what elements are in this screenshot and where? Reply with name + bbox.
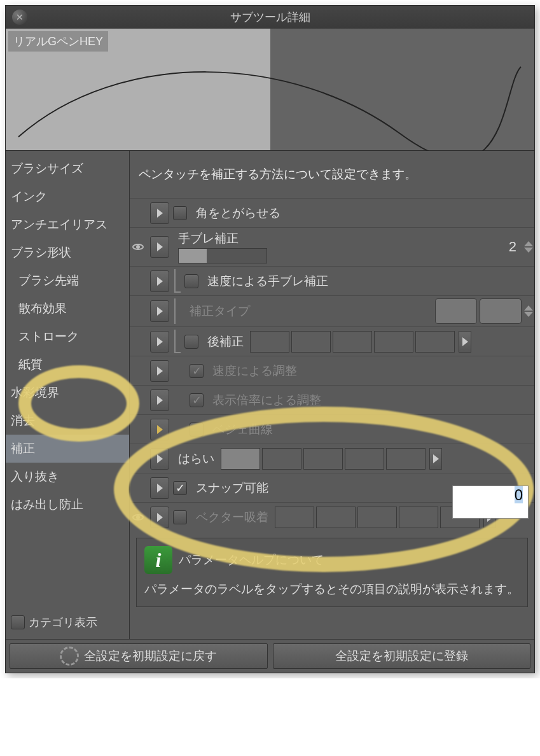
bezier-label: ベジェ曲線 [212, 421, 273, 438]
expand-button[interactable] [150, 507, 169, 528]
expand-button[interactable] [150, 389, 169, 411]
row-zoom-adjust: ✓ 表示倍率による調整 [130, 385, 534, 414]
snap-checkbox[interactable]: ✓ [173, 481, 187, 495]
row-speed-adjust: ✓ 速度による調整 [130, 356, 534, 385]
triangle-icon [157, 484, 163, 493]
post-correction-checkbox[interactable] [184, 335, 198, 349]
eye-icon [132, 244, 144, 250]
register-all-button[interactable]: 全設定を初期設定に登録 [273, 643, 531, 669]
check-icon: ✓ [192, 365, 202, 377]
sidebar-item-watercolor[interactable]: 水彩境界 [6, 379, 129, 407]
sidebar-item-ink[interactable]: インク [6, 183, 129, 211]
eye-icon [132, 514, 144, 521]
taper-value-input[interactable]: 0 [452, 486, 529, 519]
sidebar-item-stroke[interactable]: ストローク [6, 323, 129, 351]
triangle-icon [157, 367, 163, 375]
stroke-preview: リアルGペンHEY [6, 29, 534, 151]
settings-panel: ペンタッチを補正する方法について設定できます。 角をとがらせる 手ブレ補正 2 [130, 151, 534, 639]
check-icon: ✓ [192, 395, 202, 406]
snap-label: スナップ可能 [196, 480, 268, 496]
stabilize-value: 2 [509, 239, 516, 255]
stroke-curve [6, 29, 536, 151]
row-speed-stabilize: 速度による手ブレ補正 [130, 266, 534, 295]
triangle-icon [157, 242, 163, 251]
sidebar-item-erase[interactable]: 消去 [6, 407, 129, 435]
post-correction-label: 後補正 [207, 333, 244, 350]
sidebar-footer: カテゴリ表示 [6, 610, 129, 635]
category-sidebar: ブラシサイズ インク アンチエイリアス ブラシ形状 ブラシ先端 散布効果 ストロ… [6, 151, 130, 639]
reset-label: 全設定を初期設定に戻す [84, 648, 217, 664]
sidebar-item-prevent-overflow[interactable]: はみ出し防止 [6, 491, 129, 519]
zoom-adjust-label: 表示倍率による調整 [212, 392, 321, 409]
correction-type-option-2[interactable] [480, 298, 522, 324]
triangle-icon [462, 337, 468, 346]
sub-tool-detail-window: ✕ サブツール詳細 リアルGペンHEY ブラシサイズ インク アンチエイリアス … [5, 5, 535, 673]
visibility-toggle[interactable] [130, 514, 146, 521]
correction-type-spinner[interactable] [524, 305, 534, 317]
correction-type-label: 補正タイプ [190, 303, 250, 319]
sidebar-item-anti-alias[interactable]: アンチエイリアス [6, 211, 129, 239]
close-button[interactable]: ✕ [12, 10, 27, 25]
zoom-adjust-checkbox[interactable]: ✓ [190, 393, 204, 407]
vector-snap-checkbox[interactable] [173, 510, 187, 524]
expand-button[interactable] [150, 448, 169, 470]
spinner-down-icon [524, 248, 533, 253]
taper-value: 0 [515, 486, 523, 503]
expand-button[interactable] [150, 419, 169, 440]
stabilize-spinner[interactable] [524, 241, 534, 253]
speed-stabilize-checkbox[interactable] [184, 274, 198, 288]
speed-stabilize-label: 速度による手ブレ補正 [207, 273, 328, 290]
expand-button[interactable] [150, 360, 169, 382]
panel-description: ペンタッチを補正する方法について設定できます。 [130, 151, 534, 198]
sidebar-item-texture[interactable]: 紙質 [6, 351, 129, 379]
triangle-icon [157, 307, 163, 316]
sidebar-item-taper[interactable]: 入り抜き [6, 463, 129, 491]
sidebar-item-brush-shape[interactable]: ブラシ形状 [6, 239, 129, 267]
row-taper: はらい [130, 444, 534, 473]
speed-adjust-checkbox[interactable]: ✓ [190, 364, 204, 378]
reset-all-button[interactable]: 全設定を初期設定に戻す [10, 643, 268, 669]
expand-button[interactable] [150, 477, 169, 499]
expand-button[interactable] [150, 300, 169, 322]
triangle-icon [157, 209, 163, 218]
row-bezier: ベジェ曲線 [130, 414, 534, 444]
help-title: パラメータヘルプについて [179, 552, 324, 568]
post-correction-more[interactable] [459, 331, 471, 353]
check-icon: ✓ [176, 482, 185, 494]
triangle-icon [157, 513, 163, 522]
triangle-icon [157, 425, 163, 434]
row-sharpen: 角をとがらせる [130, 198, 534, 227]
taper-segments[interactable] [221, 448, 426, 470]
expand-button[interactable] [150, 202, 169, 224]
window-title: サブツール詳細 [6, 10, 534, 25]
speed-adjust-label: 速度による調整 [212, 363, 297, 379]
triangle-icon [157, 337, 163, 346]
sidebar-item-brush-size[interactable]: ブラシサイズ [6, 155, 129, 183]
category-display-checkbox[interactable] [11, 615, 25, 629]
row-correction-type: 補正タイプ [130, 295, 534, 326]
triangle-icon [157, 277, 163, 286]
visibility-toggle[interactable] [130, 244, 146, 250]
sidebar-item-brush-tip[interactable]: ブラシ先端 [6, 267, 129, 295]
register-label: 全設定を初期設定に登録 [335, 648, 468, 664]
sharpen-checkbox[interactable] [173, 206, 187, 220]
stabilize-slider[interactable] [178, 248, 267, 263]
triangle-icon [157, 396, 163, 405]
taper-label: はらい [178, 451, 214, 467]
row-post-correction: 後補正 [130, 326, 534, 356]
expand-button[interactable] [150, 331, 169, 353]
taper-more[interactable] [429, 448, 442, 470]
vector-snap-label: ベクター吸着 [196, 509, 268, 526]
bezier-checkbox[interactable] [190, 423, 204, 437]
gear-icon [60, 647, 79, 666]
expand-button[interactable] [150, 236, 169, 258]
sidebar-item-scatter[interactable]: 散布効果 [6, 295, 129, 323]
post-correction-segments[interactable] [250, 331, 455, 353]
vector-snap-segments[interactable] [275, 507, 480, 528]
expand-button[interactable] [150, 270, 169, 292]
info-icon: i [144, 546, 172, 574]
correction-type-option-1[interactable] [435, 298, 477, 324]
help-text: パラメータのラベルをタップするとその項目の説明が表示されます。 [144, 580, 520, 599]
triangle-icon [433, 454, 439, 463]
sidebar-item-correction[interactable]: 補正 [6, 435, 129, 463]
